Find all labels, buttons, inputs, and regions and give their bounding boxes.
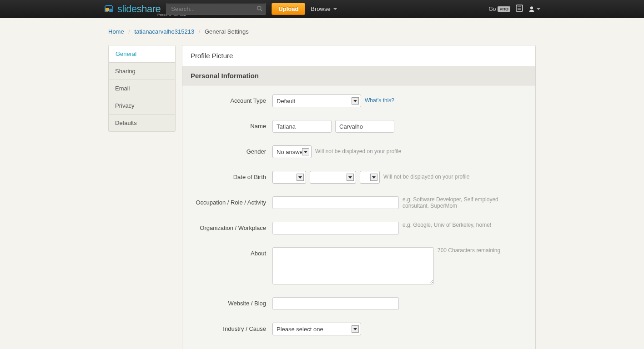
personal-info-form: Account Type Default What's this? Name [182, 85, 535, 349]
account-type-select[interactable]: Default [272, 95, 361, 107]
label-occupation: Occupation / Role / Activity [191, 196, 266, 206]
dob-hint: Will not be displayed on your profile [383, 171, 469, 180]
upload-button[interactable]: Upload [272, 3, 305, 15]
last-name-input[interactable] [335, 120, 394, 133]
about-textarea[interactable] [272, 247, 434, 284]
organization-input[interactable] [272, 222, 399, 234]
section-profile-picture[interactable]: Profile Picture [182, 45, 535, 66]
breadcrumb-separator: / [199, 28, 201, 35]
label-gender: Gender [191, 145, 266, 155]
chevron-down-icon [297, 174, 304, 181]
svg-point-2 [257, 6, 261, 10]
industry-value: Please select one [277, 326, 323, 333]
chevron-down-icon [347, 174, 354, 181]
organization-hint: e.g. Google, Univ of Berkeley, home! [402, 222, 503, 228]
gender-select[interactable]: No answer [272, 145, 312, 158]
section-personal-information: Personal Information [182, 66, 535, 85]
chevron-down-icon [302, 148, 309, 155]
label-organization: Organization / Workplace [191, 222, 266, 231]
chevron-down-icon [370, 174, 377, 181]
account-type-help-link[interactable]: What's this? [365, 95, 394, 104]
settings-sidebar: General Sharing Email Privacy Defaults [108, 45, 176, 132]
page-container: Home / tatianacarvalho315213 / General S… [108, 18, 536, 349]
label-name: Name [191, 120, 266, 130]
breadcrumb-home[interactable]: Home [108, 28, 124, 35]
breadcrumb-separator: / [128, 28, 130, 35]
go-pro-label: Go [488, 6, 496, 12]
dob-month-select[interactable] [272, 171, 306, 184]
sidebar-item-defaults[interactable]: Defaults [109, 115, 175, 131]
caret-down-icon [537, 8, 540, 10]
svg-rect-1 [109, 9, 113, 12]
browse-menu[interactable]: Browse [311, 5, 337, 12]
label-account-type: Account Type [191, 95, 266, 104]
sidebar-item-email[interactable]: Email [109, 80, 175, 97]
svg-line-3 [261, 10, 262, 11]
dob-day-select[interactable] [310, 171, 356, 184]
newsfeed-icon[interactable] [516, 5, 523, 14]
gender-hint: Will not be displayed on your profile [315, 145, 401, 155]
sidebar-item-sharing[interactable]: Sharing [109, 63, 175, 80]
search-input[interactable] [166, 3, 266, 15]
logo-icon [104, 3, 116, 15]
occupation-hint: e.g. Software Developer, Self employed c… [402, 196, 503, 209]
occupation-input[interactable] [272, 196, 399, 209]
top-navigation: slideshare Present Yourself Upload Brows… [0, 0, 644, 18]
label-industry: Industry / Cause [191, 323, 266, 332]
search-wrap [166, 3, 266, 15]
sidebar-item-general[interactable]: General [108, 45, 175, 63]
first-name-input[interactable] [272, 120, 332, 133]
pro-badge: PRO [498, 6, 510, 12]
dob-year-select[interactable] [360, 171, 380, 184]
account-type-value: Default [277, 98, 295, 105]
search-icon[interactable] [257, 5, 262, 13]
logo-text: slideshare [117, 3, 161, 15]
user-menu[interactable] [528, 6, 540, 12]
logo[interactable]: slideshare Present Yourself [104, 3, 161, 15]
label-website: Website / Blog [191, 297, 266, 307]
svg-rect-0 [106, 8, 109, 11]
browse-label: Browse [311, 5, 330, 12]
label-about: About [191, 247, 266, 257]
caret-down-icon [333, 8, 337, 10]
settings-main: Profile Picture Personal Information Acc… [182, 45, 536, 349]
sidebar-item-privacy[interactable]: Privacy [109, 97, 175, 115]
breadcrumb: Home / tatianacarvalho315213 / General S… [108, 28, 536, 35]
chevron-down-icon [352, 325, 359, 333]
go-pro-link[interactable]: Go PRO [488, 6, 510, 12]
industry-select[interactable]: Please select one [272, 323, 361, 335]
chevron-down-icon [352, 97, 359, 105]
website-input[interactable] [272, 297, 399, 310]
gender-value: No answer [277, 149, 302, 155]
about-hint: 700 Characters remaining [438, 247, 510, 254]
svg-point-8 [530, 6, 533, 9]
label-dob: Date of Birth [191, 171, 266, 180]
breadcrumb-user[interactable]: tatianacarvalho315213 [135, 28, 195, 35]
breadcrumb-current: General Settings [205, 28, 249, 35]
